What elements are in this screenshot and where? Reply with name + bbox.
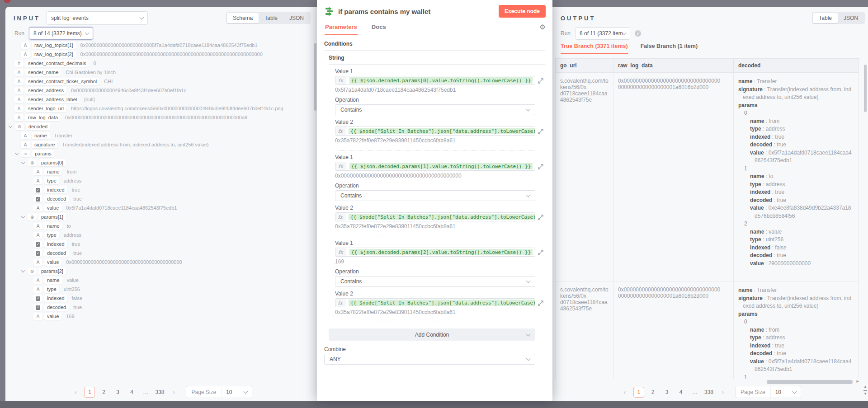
schema-key[interactable]: params[2] (38, 267, 66, 275)
value2-field[interactable]: fx{{ $node["Split In Batches"].json["dat… (335, 127, 535, 136)
value1-field[interactable]: fx{{ $json.decoded.params[2].value.toStr… (335, 248, 535, 257)
schema-key[interactable]: name (32, 132, 50, 139)
schema-key[interactable]: params[0] (38, 159, 66, 166)
schema-key[interactable]: name (44, 277, 62, 284)
schema-row[interactable]: ≡params (5, 149, 314, 158)
input-tab-json[interactable]: JSON (283, 13, 310, 23)
schema-key[interactable]: raw_log_topics[1] (32, 42, 76, 49)
schema-key[interactable]: raw_log_topics[2] (32, 51, 76, 58)
schema-key[interactable]: value (44, 204, 61, 211)
vscroll-thumb[interactable] (864, 65, 867, 112)
schema-key[interactable]: value (44, 313, 61, 320)
value1-expression[interactable]: {{ $json.decoded.params[1].value.toStrin… (349, 163, 533, 169)
schema-key[interactable]: type (44, 177, 59, 184)
schema-row[interactable]: Atypeaddress (5, 176, 314, 185)
page-3[interactable]: 3 (112, 387, 123, 398)
schema-key[interactable]: sender_address (25, 87, 66, 94)
input-run-select[interactable]: 8 of 14 (3372 items) (29, 27, 93, 40)
value1-field[interactable]: fx{{ $json.decoded.params[1].value.toStr… (335, 162, 535, 171)
chevron-down-icon[interactable] (21, 215, 25, 218)
schema-row[interactable]: ✓indexedtrue (5, 239, 314, 249)
expand-expression-icon[interactable] (538, 250, 543, 255)
branch-tab[interactable]: True Branch (3371 items) (561, 43, 628, 54)
input-scrollbar[interactable] (314, 43, 316, 111)
prev-page-arrow[interactable]: ‹ (70, 387, 81, 398)
schema-key[interactable]: params[1] (38, 213, 66, 220)
schema-row[interactable]: Asender_contract_ticker_symbolCHI (5, 77, 314, 86)
schema-row[interactable]: Atypeaddress (5, 230, 314, 239)
chevron-down-icon[interactable] (9, 124, 12, 128)
schema-key[interactable]: sender_address_label (25, 96, 80, 103)
schema-key[interactable]: name (44, 168, 62, 175)
schema-row[interactable]: Asender_address_label[null] (5, 95, 314, 104)
column-header-decoded[interactable]: decoded (734, 59, 859, 73)
hscroll-thumb[interactable] (767, 380, 853, 384)
expand-expression-icon[interactable] (538, 215, 543, 220)
schema-row[interactable]: ⊜decoded (5, 122, 314, 131)
schema-key[interactable]: signature (32, 141, 57, 148)
schema-row[interactable]: #sender_contract_decimals0 (5, 59, 314, 68)
page-1[interactable]: 1 (84, 387, 95, 398)
gear-icon[interactable]: ⚙ (540, 23, 546, 31)
page-4[interactable]: 4 (675, 387, 686, 398)
combine-select[interactable]: ANY (324, 354, 535, 365)
add-condition-button[interactable]: Add Condition (329, 328, 535, 341)
schema-key[interactable]: sender_contract_decimals (25, 60, 89, 67)
output-tab-table[interactable]: Table (813, 13, 838, 23)
schema-key[interactable]: sender_contract_ticker_symbol (25, 78, 99, 85)
input-source-select[interactable]: split log_events (47, 11, 148, 25)
chevron-down-icon[interactable] (21, 160, 25, 164)
schema-row[interactable]: ⊜params[0] (5, 158, 314, 167)
next-page-arrow[interactable]: › (168, 387, 179, 398)
next-page-arrow[interactable]: › (717, 387, 728, 398)
operation-select[interactable]: Contains (335, 276, 535, 287)
expand-expression-icon[interactable] (538, 129, 543, 134)
prev-page-arrow[interactable]: ‹ (619, 387, 630, 398)
page-1[interactable]: 1 (633, 387, 644, 398)
schema-row[interactable]: Asender_logo_urlhttps://logos.covalenthq… (5, 104, 314, 113)
schema-row[interactable]: ✓decodedtrue (5, 249, 314, 258)
value1-field[interactable]: fx{{ $json.decoded.params[0].value.toStr… (335, 76, 535, 85)
schema-row[interactable]: Anamevalue (5, 276, 314, 285)
schema-key[interactable]: decoded (44, 249, 69, 257)
schema-row[interactable]: Araw_log_topics[2]0x00000000000000000000… (5, 50, 314, 59)
schema-key[interactable]: indexed (44, 295, 67, 302)
tab-parameters[interactable]: Parameters (325, 19, 358, 35)
value1-expression[interactable]: {{ $json.decoded.params[2].value.toStrin… (349, 249, 533, 255)
page-size-control[interactable]: Page Size10 (186, 386, 252, 398)
chevron-down-icon[interactable] (15, 151, 19, 155)
operation-select[interactable]: Contains (335, 190, 535, 201)
page-3[interactable]: 3 (661, 387, 672, 398)
value2-expression[interactable]: {{ $node["Split In Batches"].json["data.… (349, 128, 535, 134)
schema-key[interactable]: raw_log_data (25, 114, 61, 121)
schema-key[interactable]: indexed (44, 186, 67, 193)
value2-expression[interactable]: {{ $node["Split In Batches"].json["data.… (349, 214, 535, 220)
output-vscrollbar[interactable] (864, 60, 867, 340)
output-tab-json[interactable]: JSON (838, 13, 864, 23)
value2-field[interactable]: fx{{ $node["Split In Batches"].json["dat… (335, 212, 535, 221)
page-size-value[interactable]: 10 (222, 389, 251, 395)
branch-tab[interactable]: False Branch (1 item) (641, 43, 698, 54)
schema-row[interactable]: AsignatureTransfer(indexed address from,… (5, 140, 314, 149)
tab-docs[interactable]: Docs (371, 19, 387, 35)
page-4[interactable]: 4 (126, 387, 137, 398)
column-header-raw_log_data[interactable]: raw_log_data (613, 59, 734, 73)
expand-expression-icon[interactable] (538, 78, 543, 84)
schema-key[interactable]: indexed (44, 240, 67, 248)
page-size-value[interactable]: 10 (771, 389, 801, 395)
schema-key[interactable]: type (44, 286, 59, 293)
chevron-down-icon[interactable] (21, 269, 25, 272)
schema-key[interactable]: sender_logo_url (25, 105, 66, 112)
schema-key[interactable]: sender_name (25, 69, 61, 76)
output-run-select[interactable]: 6 of 11 (3372 items (575, 27, 630, 40)
value2-field[interactable]: fx{{ $node["Split In Batches"].json["dat… (335, 298, 535, 307)
schema-row[interactable]: ✓decodedtrue (5, 303, 314, 312)
page-338[interactable]: 338 (154, 387, 165, 398)
hscroll-right-arrow[interactable]: ▸ (856, 378, 859, 384)
schema-row[interactable]: Avalue169 (5, 312, 314, 321)
page-338[interactable]: 338 (703, 387, 714, 398)
expand-expression-icon[interactable] (538, 164, 543, 169)
schema-row[interactable]: Asender_address0x000000000000004946c0e9f… (5, 86, 314, 95)
schema-row[interactable]: ✓indexedtrue (5, 185, 314, 194)
schema-row[interactable]: Anamefrom (5, 167, 314, 176)
